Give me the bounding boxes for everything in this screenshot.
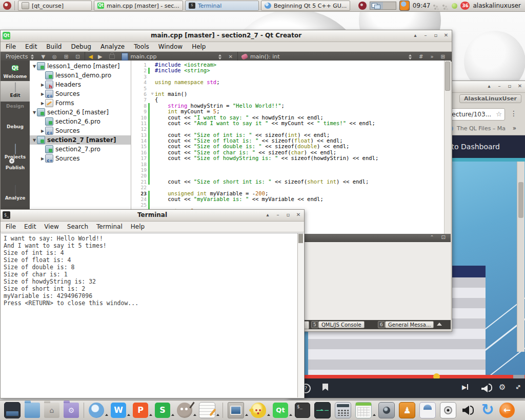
taskbar-task[interactable]: Qtmain.cpp [master] - sec... — [94, 1, 183, 11]
menu-build[interactable]: Build — [46, 43, 62, 50]
browser-scrollbar-thumb[interactable] — [518, 182, 523, 218]
minimize-button[interactable]: – — [274, 211, 281, 218]
mode-publish[interactable]: Publish — [1, 163, 30, 184]
mode-projects[interactable]: Projects — [1, 143, 30, 163]
fold-marker[interactable]: ▽ — [150, 91, 155, 97]
workspace-1[interactable] — [370, 2, 383, 9]
menu-analyze[interactable]: Analyze — [100, 43, 125, 50]
code-line[interactable]: 24 cout << "myVariable is: " << myVariab… — [131, 196, 445, 202]
collapse-arrow-icon[interactable]: ▼ — [32, 64, 37, 69]
collapse-arrow-icon[interactable]: ▼ — [32, 138, 37, 143]
output-tab-number[interactable]: 5 — [311, 321, 318, 328]
tree-item[interactable]: ▶Forms — [30, 98, 131, 108]
maximize-button[interactable]: ▫ — [285, 211, 292, 218]
taskbar-task[interactable]: Beginning Qt 5 C++ GU... — [261, 1, 350, 11]
dock-menu-arrow-icon[interactable] — [149, 414, 152, 416]
menu-tools[interactable]: Tools — [134, 43, 149, 50]
dock-robot-icon[interactable] — [419, 402, 436, 418]
firefox-icon[interactable] — [399, 1, 410, 11]
volume-icon[interactable] — [481, 384, 492, 394]
profile-button[interactable]: AlaskaLinuxUser — [459, 94, 521, 103]
split-icon[interactable]: ⊞ — [64, 54, 68, 59]
shade-button[interactable]: ▴ — [264, 211, 271, 218]
output-tab[interactable]: QML/JS Console — [318, 321, 365, 328]
status-dot-icon[interactable] — [452, 3, 457, 9]
dock-show-desktop-icon[interactable] — [4, 402, 21, 418]
expand-arrow-icon[interactable]: ▶ — [40, 92, 45, 96]
tree-item[interactable]: ▶Sources — [30, 126, 131, 135]
hash-icon[interactable]: # — [419, 54, 423, 59]
bookmark-item[interactable]: The QL Files – Ma — [457, 125, 506, 132]
settings-gear-icon[interactable]: ⚙ — [499, 383, 506, 392]
code-line[interactable]: 6▽int main() — [131, 91, 445, 97]
dock-calendar-icon[interactable] — [355, 402, 372, 418]
qt-creator-window-controls[interactable]: ▴–▫✕ — [412, 32, 450, 39]
menu-debug[interactable]: Debug — [71, 43, 91, 50]
shade-button[interactable]: ▴ — [486, 83, 493, 90]
code-lines[interactable]: 1#include <iostream>2#include <string>34… — [131, 62, 445, 214]
bookmark-star-icon[interactable]: ☆ — [496, 110, 502, 118]
dock-speaker-box-icon[interactable] — [440, 402, 456, 418]
code-line[interactable]: 18 — [131, 162, 445, 167]
tray-status-icon[interactable] — [433, 5, 435, 7]
logged-in-username[interactable]: alaskalinuxuser — [473, 2, 521, 9]
mode-welcome[interactable]: QtWelcome — [1, 61, 30, 81]
chevrons-icon[interactable]: » — [430, 54, 433, 59]
dock-wps-spreadsheets-icon[interactable]: S — [155, 403, 170, 418]
dock-teapot-icon[interactable] — [251, 403, 266, 418]
output-pane-expand-icon[interactable] — [437, 323, 442, 326]
menu-file[interactable]: File — [6, 43, 16, 50]
browser-scrollbar[interactable] — [517, 162, 524, 352]
dock-back-icon[interactable]: ← — [499, 403, 515, 418]
dock-menu-arrow-icon[interactable] — [127, 414, 130, 416]
expand-arrow-icon[interactable]: ▶ — [40, 101, 45, 106]
distro-menu-icon[interactable] — [3, 2, 11, 10]
tree-item[interactable]: section2_6.pro — [30, 117, 131, 126]
nav-back-icon[interactable]: ◀ — [89, 53, 93, 60]
terminal-content[interactable]: I want to say: Hello World!!And I want t… — [1, 233, 304, 397]
pane-selector[interactable]: Projects — [6, 53, 28, 60]
dock-refresh-icon[interactable]: ↻ — [480, 403, 495, 418]
terminal-titlebar[interactable]: $_ Terminal ▴–▫✕ — [1, 210, 304, 222]
dock-folder-gear-icon[interactable]: ⚙ — [64, 403, 79, 418]
code-editor[interactable]: 1#include <iostream>2#include <string>34… — [131, 61, 451, 234]
dock-menu-arrow-icon[interactable] — [216, 414, 219, 416]
symbol-combo-spinner-icon[interactable] — [409, 54, 412, 59]
close-document-icon[interactable]: ✕ — [229, 54, 233, 59]
tree-item[interactable]: ▶Sources — [30, 89, 131, 98]
dock-menu-arrow-icon[interactable] — [267, 414, 270, 416]
taskbar-task[interactable]: $Terminal — [185, 1, 259, 11]
dock-menu-arrow-icon[interactable] — [373, 414, 376, 416]
dock-menu-arrow-icon[interactable] — [245, 414, 248, 416]
mode-design[interactable]: Design — [1, 102, 30, 122]
sync-with-editor-icon[interactable]: ◎ — [52, 54, 57, 59]
menu-edit[interactable]: Edit — [25, 43, 37, 50]
expand-arrow-icon[interactable]: ▶ — [40, 129, 45, 133]
pane-selector-spinner-icon[interactable] — [31, 54, 34, 59]
dock-system-monitor-icon[interactable] — [314, 402, 331, 418]
tray-status-icon[interactable] — [442, 5, 445, 7]
editor-scrollbar[interactable] — [444, 61, 451, 234]
shade-button[interactable]: ▴ — [412, 32, 419, 39]
tree-item[interactable]: section2_7.pro — [30, 145, 131, 154]
editor-scrollbar-thumb[interactable] — [445, 62, 450, 91]
terminal-window-controls[interactable]: ▴–▫✕ — [264, 211, 302, 218]
tree-item[interactable]: ▼section2_6 [master] — [30, 108, 131, 117]
workspace-2[interactable] — [383, 2, 396, 9]
tree-item[interactable]: lesson1_demo.pro — [30, 71, 131, 80]
menu-window[interactable]: Window — [158, 43, 183, 50]
dock-menu-arrow-icon[interactable] — [171, 414, 174, 416]
mode-analyze[interactable]: Analyze — [1, 184, 30, 204]
mode-edit[interactable]: Edit — [1, 81, 30, 102]
output-pane-collapse-icon[interactable]: ⌃ — [430, 234, 434, 240]
symbol-combo[interactable]: main(): int — [250, 53, 280, 60]
open-document-combo[interactable]: main.cpp — [131, 53, 157, 60]
next-lecture-icon[interactable]: ▶ — [462, 384, 468, 391]
clock[interactable]: 09:47 — [413, 2, 431, 9]
dock-folder-blue-icon[interactable] — [25, 403, 40, 418]
dock-text-editor-icon[interactable] — [199, 402, 215, 418]
close-button[interactable]: ✕ — [442, 32, 450, 39]
close-button[interactable]: ✕ — [295, 211, 302, 218]
dock-window-switcher-icon[interactable] — [228, 402, 244, 418]
dock-menu-arrow-icon[interactable] — [105, 414, 108, 416]
